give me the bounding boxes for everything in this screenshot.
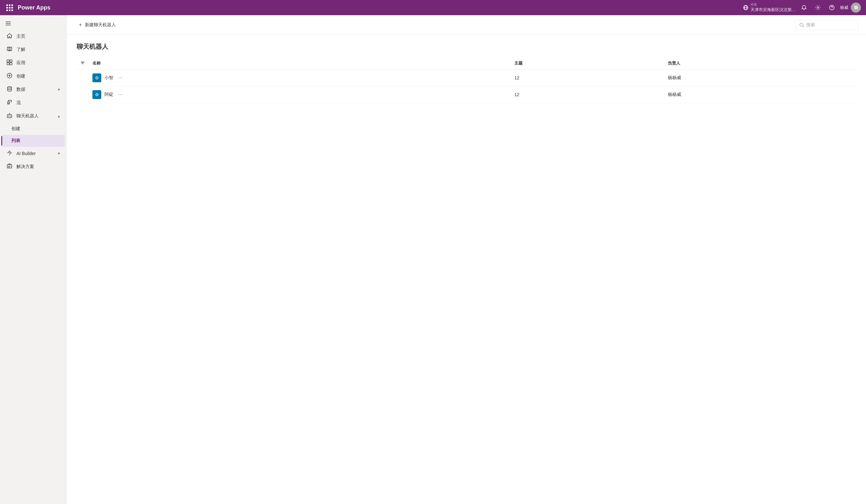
- svg-point-25: [800, 23, 803, 26]
- nav-section: 主页 了解: [0, 30, 66, 173]
- database-icon: [6, 86, 13, 93]
- solution-icon: [6, 163, 13, 170]
- bot-icon-1: ⚙: [92, 74, 101, 82]
- environment-info[interactable]: 环境 天津市滨海新区汉沽第…: [743, 2, 796, 13]
- svg-point-16: [8, 87, 11, 88]
- plus-circle-icon: [6, 73, 13, 80]
- sidebar-item-chatbot-create[interactable]: 创建: [1, 123, 65, 135]
- grid-icon: [6, 59, 13, 66]
- sidebar-item-label: 聊天机器人: [16, 113, 54, 119]
- row-name-2[interactable]: ⚙ 阿碇 ···: [89, 86, 511, 103]
- svg-point-5: [832, 9, 832, 10]
- help-icon: [829, 5, 835, 10]
- row-ellipsis-1[interactable]: ···: [116, 74, 124, 82]
- sidebar-item-learn[interactable]: 了解: [1, 43, 65, 56]
- sidebar-item-home[interactable]: 主页: [1, 30, 65, 43]
- environment-icon: [743, 5, 748, 10]
- ai-icon: [6, 150, 13, 157]
- toolbar: ＋ 新建聊天机器人 搜索: [66, 15, 866, 35]
- search-placeholder: 搜索: [806, 22, 815, 28]
- search-box[interactable]: 搜索: [795, 20, 858, 30]
- svg-point-3: [817, 7, 819, 9]
- gear-icon: [815, 5, 821, 10]
- bot-name-text-1: 小智: [104, 75, 113, 81]
- sidebar-item-solutions[interactable]: 解决方案: [1, 160, 65, 173]
- book-icon: [6, 46, 13, 53]
- col-header-check: [77, 57, 89, 70]
- page-body: 聊天机器人 名称 主题 负责人: [66, 35, 866, 504]
- waffle-icon: [6, 4, 13, 11]
- sidebar-item-label: 列表: [11, 138, 60, 144]
- settings-button[interactable]: [812, 2, 824, 13]
- app-logo: Power Apps: [18, 4, 50, 11]
- waffle-button[interactable]: [5, 3, 14, 12]
- sidebar-item-flow[interactable]: 流: [1, 96, 65, 110]
- app-layout: 主页 了解: [0, 15, 866, 504]
- chevron-up-icon: ▴: [58, 114, 60, 118]
- bot-table: 名称 主题 负责人 ⚙ 小智 ···: [77, 57, 856, 103]
- col-header-owner: 负责人: [664, 57, 856, 70]
- row-owner-1: 杨杨威: [664, 70, 856, 86]
- sidebar-item-aibuilder[interactable]: AI Builder ▾: [1, 147, 65, 160]
- sidebar-item-label: 数据: [16, 87, 54, 92]
- bot-name-text-2: 阿碇: [104, 92, 113, 98]
- help-button[interactable]: [826, 2, 837, 13]
- sidebar-item-data[interactable]: 数据 ▾: [1, 83, 65, 96]
- svg-point-18: [8, 116, 9, 117]
- row-topic-1: 12: [511, 70, 664, 86]
- bot-name-cell-1: ⚙ 小智 ···: [92, 74, 507, 82]
- user-name[interactable]: 杨威: [840, 5, 848, 10]
- table-header: 名称 主题 负责人: [77, 57, 856, 70]
- environment-text: 环境 天津市滨海新区汉沽第…: [751, 2, 796, 13]
- row-topic-2: 12: [511, 86, 664, 103]
- plus-icon: ＋: [78, 22, 83, 28]
- new-bot-button[interactable]: ＋ 新建聊天机器人: [74, 20, 120, 30]
- svg-line-26: [803, 26, 804, 27]
- page-title: 聊天机器人: [77, 42, 856, 51]
- svg-point-19: [10, 116, 11, 117]
- svg-rect-11: [7, 63, 9, 65]
- sidebar: 主页 了解: [0, 15, 66, 504]
- bell-icon: [801, 5, 807, 10]
- row-name-1[interactable]: ⚙ 小智 ···: [89, 70, 511, 86]
- sidebar-item-label: 解决方案: [16, 164, 60, 170]
- row-owner-2: 杨杨威: [664, 86, 856, 103]
- search-icon: [799, 22, 804, 27]
- sidebar-item-label: 应用: [16, 60, 60, 66]
- sidebar-item-apps[interactable]: 应用: [1, 56, 65, 70]
- svg-rect-12: [10, 63, 12, 65]
- chevron-down-icon: ▾: [58, 87, 60, 92]
- bot-name-cell-2: ⚙ 阿碇 ···: [92, 90, 507, 99]
- sidebar-item-label: 创建: [16, 74, 60, 79]
- menu-icon: [5, 20, 11, 26]
- table-row: ⚙ 小智 ··· 12 杨杨威: [77, 70, 856, 86]
- sidebar-item-label: 流: [16, 100, 60, 106]
- sidebar-item-label: 了解: [16, 47, 60, 53]
- sidebar-item-label: AI Builder: [16, 151, 54, 156]
- row-check-1: [77, 70, 89, 86]
- chevron-down-icon: ▾: [58, 151, 60, 156]
- svg-point-21: [9, 153, 10, 154]
- svg-rect-10: [10, 60, 12, 62]
- bot-icon-2: ⚙: [92, 90, 101, 99]
- sidebar-item-create[interactable]: 创建: [1, 70, 65, 83]
- sidebar-toggle[interactable]: [0, 18, 66, 29]
- row-check-2: [77, 86, 89, 103]
- sidebar-item-label: 主页: [16, 34, 60, 39]
- notification-button[interactable]: [798, 2, 810, 13]
- header-row: 名称 主题 负责人: [77, 57, 856, 70]
- new-bot-label: 新建聊天机器人: [85, 22, 116, 28]
- table-body: ⚙ 小智 ··· 12 杨杨威 ⚙: [77, 70, 856, 103]
- sidebar-item-chatbot[interactable]: 聊天机器人 ▴: [1, 110, 65, 123]
- row-ellipsis-2[interactable]: ···: [116, 90, 124, 99]
- col-header-name: 名称: [89, 57, 511, 70]
- table-row: ⚙ 阿碇 ··· 12 杨杨威: [77, 86, 856, 103]
- sidebar-item-chatbot-list[interactable]: 列表: [1, 135, 65, 147]
- svg-point-20: [9, 113, 10, 114]
- flow-icon: [6, 99, 13, 106]
- app-header: Power Apps 环境 天津市滨海新区汉沽第…: [0, 0, 866, 15]
- bot-icon: [6, 113, 13, 120]
- main-content: ＋ 新建聊天机器人 搜索 聊天机器人: [66, 15, 866, 504]
- avatar[interactable]: 杨: [851, 2, 861, 13]
- sort-icon: [80, 61, 85, 65]
